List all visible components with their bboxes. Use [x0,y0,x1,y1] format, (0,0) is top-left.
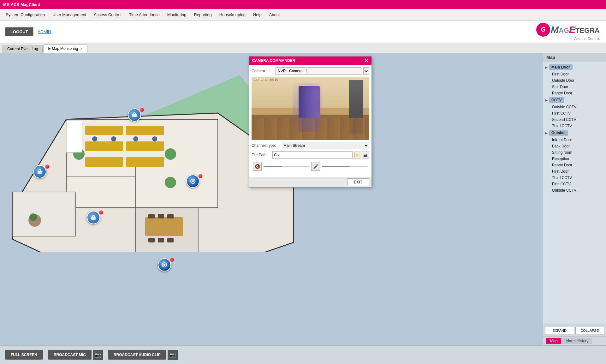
fullscreen-button[interactable]: FULL SCREEN [5,350,43,360]
svg-rect-22 [167,238,174,242]
tab-alarm-history[interactable]: Alarm History [562,338,592,344]
tree-item-first-cctv[interactable]: First CCTV [548,110,606,116]
tree-item-first-cctv-2[interactable]: First CCTV [548,181,606,187]
tree-item-outside-cctv-2[interactable]: Outside CCTV [548,187,606,194]
svg-rect-21 [158,238,164,242]
volume-slider-1[interactable] [264,166,309,167]
top-bar: LOGOUT ADMIN G MAGETEGRA Access Control [0,21,606,43]
bottom-tabs: Map Alarm History [543,336,606,345]
menu-about[interactable]: About [266,10,283,19]
logo-subtext: Access Control [574,37,600,41]
menu-monitoring[interactable]: Monitoring [164,10,190,19]
broadcast-audio-button[interactable]: BROADCAST AUDIO CLIP [108,350,166,360]
cctv-arrow: ▶ [545,98,548,102]
camera-dropdown[interactable]: ▼ [363,67,369,75]
tree-item-stor-door[interactable]: Stor Door [548,84,606,90]
exit-button[interactable]: EXIT [347,178,369,186]
menu-housekeeping[interactable]: Housekeeping [216,10,249,19]
map-icon-1[interactable] [128,108,144,124]
tab-current-event-log[interactable]: Current Event Log [3,45,43,53]
tab-emap-monitoring[interactable]: E-Map Monitoring ✕ [43,45,87,53]
tree-item-first-door-2[interactable]: First Door [548,168,606,175]
cctv-icon-svg-2 [189,178,196,185]
volume-slider-2[interactable] [322,166,368,167]
svg-point-25 [133,136,138,141]
cctv-icon-svg [161,261,168,268]
floorplan-container: CAMERA COMMANDER ✕ Camera ▼ [3,56,297,252]
filepath-camera-button[interactable]: 📷 [362,152,369,158]
map-icon-4[interactable] [158,258,174,274]
filepath-input[interactable] [272,151,353,159]
outside-label: Outside [549,130,568,136]
tree-item-pantry-door-1[interactable]: Pantry Door [548,90,606,96]
tree-group-main-door[interactable]: ▶ Main Door [543,63,606,71]
tree-item-third-cctv[interactable]: Third CCTV [548,123,606,129]
tree-item-first-door[interactable]: First Door [548,71,606,77]
tree-item-sitting-room[interactable]: Sitting room [548,149,606,156]
logo-text: MAGETEGRA [551,24,600,35]
svg-point-14 [165,148,176,160]
title-bar: ME-ACS MagClient [0,0,606,9]
tree-item-back-door[interactable]: Back Door [548,143,606,149]
logo-area: G MAGETEGRA Access Control [536,23,600,41]
svg-point-26 [152,136,157,141]
tree-item-third-cctv-2[interactable]: Third CCTV [548,175,606,181]
tree-item-outside-cctv[interactable]: Outside CCTV [548,104,606,110]
collapse-button[interactable]: COLLAPSE [575,327,604,334]
broadcast-audio-camera-icon[interactable]: 📷 [168,350,178,360]
main-door-arrow: ▶ [545,66,548,69]
map-icon-5[interactable] [186,175,202,190]
menu-help[interactable]: Help [250,10,265,19]
main-door-label: Main Door [549,64,573,70]
logout-button[interactable]: LOGOUT [5,27,33,36]
svg-rect-19 [167,214,174,218]
menu-user-management[interactable]: User Management [49,10,89,19]
outside-children: Infront Door Back Door Sitting room Rece… [543,137,606,194]
admin-link[interactable]: ADMIN [38,29,51,34]
filepath-row: File Path: 📁 📷 [252,151,369,159]
tab-map[interactable]: Map [546,338,561,344]
svg-rect-5 [13,192,76,236]
expand-button[interactable]: EXPAND [545,327,574,334]
tree-item-outside-door[interactable]: Outside Door [548,77,606,84]
camera-modal-close-button[interactable]: ✕ [365,58,368,63]
svg-rect-20 [148,238,155,242]
tree-group-outside[interactable]: ▶ Outside [543,129,606,137]
bottom-toolbar: FULL SCREEN BROADCAST MIC 📷 BROADCAST AU… [0,345,606,364]
svg-rect-7 [85,126,123,135]
menu-reporting[interactable]: Reporting [191,10,215,19]
map-icon-2[interactable] [33,165,49,181]
camera-modal-title: CAMERA COMMANDER [252,58,295,63]
map-icon-3[interactable] [87,211,103,227]
svg-point-37 [163,264,165,266]
broadcast-mic-button[interactable]: BROADCAST MIC [48,350,92,360]
svg-point-23 [92,136,97,141]
svg-point-39 [192,180,194,182]
logo-icon: G [536,23,550,37]
broadcast-audio-group: BROADCAST AUDIO CLIP 📷 [108,350,178,360]
camera-label: Camera [252,69,274,73]
broadcast-mic-camera-icon[interactable]: 📷 [93,350,103,360]
tree-group-cctv[interactable]: ▶ CCTV [543,96,606,104]
channel-type-select[interactable]: Main Stream [282,142,369,149]
tab-close-icon[interactable]: ✕ [80,47,83,51]
modal-footer: EXIT [249,177,371,187]
mic-button[interactable]: 🎤 [311,162,320,171]
tree-item-pantry-door-2[interactable]: Pantry Door [548,162,606,168]
tabs-bar: Current Event Log E-Map Monitoring ✕ [0,43,606,53]
menu-bar: System Configuration User Management Acc… [0,9,606,21]
filepath-label: File Path: [252,153,270,157]
tree-item-reception[interactable]: Reception [548,156,606,162]
menu-time-attendance[interactable]: Time Attendance [126,10,163,19]
svg-point-24 [111,136,116,141]
filepath-folder-button[interactable]: 📁 [354,152,361,158]
camera-input[interactable] [276,67,361,75]
svg-rect-16 [145,217,183,236]
tree-item-second-cctv[interactable]: Second CCTV [548,116,606,123]
menu-access-control[interactable]: Access Control [91,10,124,19]
menu-system-config[interactable]: System Configuration [3,10,48,19]
speaker-button[interactable]: 🔇 [253,162,262,171]
tree-item-infront-door[interactable]: Infront Door [548,137,606,143]
main-content: CAMERA COMMANDER ✕ Camera ▼ [0,53,606,345]
right-panel: Map ▶ Main Door First Door Outside Door … [543,53,606,345]
